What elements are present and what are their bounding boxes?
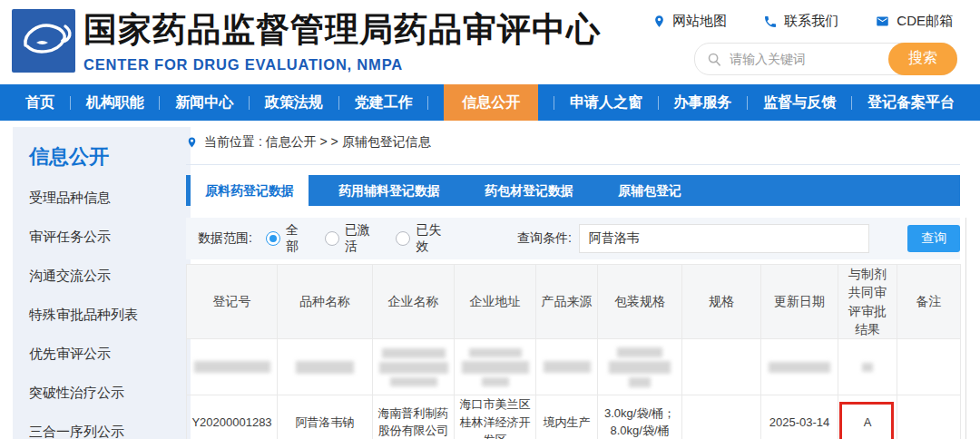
location-pin-icon — [652, 14, 666, 29]
site-subtitle: CENTER FOR DRUG EVALUATION, NMPA — [83, 56, 601, 73]
radio-all-icon[interactable] — [266, 231, 280, 246]
redacted-cell — [536, 339, 598, 395]
radio-activated-label: 已激活 — [345, 222, 383, 255]
sidebar-item-accepted-varieties[interactable]: 受理品种信息 — [29, 178, 191, 217]
nav-divider — [249, 96, 250, 110]
nav-item-home[interactable]: 首页 — [25, 93, 54, 112]
site-title: 国家药品监督管理局药品审评中心 — [83, 7, 601, 53]
results-table: 登记号 品种名称 企业名称 企业地址 产品来源 包装规格 规格 更新日期 与制剂… — [186, 264, 961, 439]
nav-item-applicant-window[interactable]: 申请人之窗 — [570, 93, 642, 112]
col-company: 企业名称 — [373, 265, 455, 339]
radio-option-all[interactable]: 全部 — [266, 222, 311, 255]
nav-divider — [658, 96, 659, 110]
nav-item-news[interactable]: 新闻中心 — [175, 93, 233, 112]
cell-reg-no: Y20200001283 — [187, 395, 278, 439]
sitemap-link[interactable]: 网站地图 — [652, 13, 727, 30]
sidebar-item-priority-review[interactable]: 优先审评公示 — [29, 334, 191, 373]
query-button[interactable]: 查询 — [907, 225, 960, 252]
tab-packaging-registration[interactable]: 药包材登记数据 — [470, 175, 588, 206]
tab-excipient-registration[interactable]: 药用辅料登记数据 — [324, 175, 455, 206]
cell-spec — [682, 395, 761, 439]
site-header: 国家药品监督管理局药品审评中心 CENTER FOR DRUG EVALUATI… — [0, 0, 980, 84]
col-product-name: 品种名称 — [278, 265, 373, 339]
nav-item-info-disclosure[interactable]: 信息公开 — [444, 84, 538, 121]
tab-api-registration[interactable]: 原料药登记数据 — [191, 175, 309, 206]
redacted-cell — [897, 339, 961, 395]
review-result-value: A — [864, 415, 872, 429]
cell-remark — [897, 395, 961, 439]
redacted-bar — [469, 348, 522, 357]
mailbox-link[interactable]: CDE邮箱 — [875, 13, 953, 30]
redacted-bar — [769, 362, 830, 373]
query-label: 查询条件: — [517, 230, 572, 247]
cell-source: 境内生产 — [536, 395, 598, 439]
sidebar: 信息公开 受理品种信息 审评任务公示 沟通交流公示 特殊审批品种列表 优先审评公… — [13, 127, 191, 439]
search-button[interactable]: 搜索 — [888, 43, 957, 75]
mailbox-label: CDE邮箱 — [897, 13, 953, 30]
table-row-aciclovir: Y20200001283 阿昔洛韦钠 海南普利制药股份有限公司 海口市美兰区桂林… — [187, 395, 961, 439]
sidebar-item-special-approval[interactable]: 特殊审批品种列表 — [29, 295, 191, 334]
redacted-cell — [838, 339, 897, 395]
sidebar-item-review-tasks[interactable]: 审评任务公示 — [29, 217, 191, 256]
filter-bar: 数据范围: 全部 已激活 已失效 查询条件: 查询 — [186, 218, 960, 259]
redacted-bar — [382, 348, 446, 358]
redacted-bar — [862, 363, 873, 372]
col-reg-no: 登记号 — [187, 265, 278, 339]
redacted-bar — [296, 361, 354, 374]
cde-logo-icon — [12, 9, 75, 73]
redacted-bar — [462, 361, 529, 374]
redacted-cell — [682, 339, 761, 395]
col-remark: 备注 — [897, 265, 961, 339]
nav-item-supervision[interactable]: 监督与反馈 — [763, 93, 836, 112]
sidebar-title: 信息公开 — [29, 143, 191, 167]
radio-activated-icon[interactable] — [325, 231, 339, 246]
table-row-redacted — [187, 339, 961, 395]
redacted-cell — [598, 339, 682, 395]
query-input[interactable] — [579, 224, 869, 253]
cell-product-name: 阿昔洛韦钠 — [278, 395, 373, 439]
search-input[interactable] — [730, 52, 888, 66]
redacted-bar — [617, 347, 662, 357]
nav-item-registration-platform[interactable]: 登记备案平台 — [867, 93, 955, 112]
sidebar-item-three-in-one[interactable]: 三合一序列公示 — [29, 412, 191, 439]
table-header-row: 登记号 品种名称 企业名称 企业地址 产品来源 包装规格 规格 更新日期 与制剂… — [187, 265, 961, 339]
redacted-bar — [379, 362, 448, 374]
nav-divider — [159, 96, 160, 110]
nav-divider — [554, 96, 554, 110]
nav-item-party[interactable]: 党建工作 — [355, 93, 413, 112]
redacted-bar — [629, 377, 651, 387]
sidebar-item-breakthrough-therapy[interactable]: 突破性治疗公示 — [29, 373, 191, 412]
cell-update-date: 2025-03-14 — [761, 395, 838, 439]
sitemap-label: 网站地图 — [672, 13, 727, 30]
nav-item-policy[interactable]: 政策法规 — [265, 93, 323, 112]
nav-divider — [851, 96, 852, 110]
nav-divider — [747, 96, 748, 110]
nav-divider — [427, 96, 428, 110]
cell-package-spec: 3.0kg/袋/桶；8.0kg/袋/桶 — [598, 395, 682, 439]
results-table-wrap: 登记号 品种名称 企业名称 企业地址 产品来源 包装规格 规格 更新日期 与制剂… — [186, 264, 960, 439]
nav-item-functions[interactable]: 机构职能 — [86, 93, 144, 112]
redacted-bar — [194, 361, 270, 373]
nav-item-services[interactable]: 办事服务 — [674, 93, 732, 112]
breadcrumb-text: 当前位置 : 信息公开 > > 原辅包登记信息 — [204, 134, 431, 151]
cell-review-result: A — [838, 395, 897, 439]
sidebar-item-communication[interactable]: 沟通交流公示 — [29, 256, 191, 295]
radio-option-expired[interactable]: 已失效 — [396, 222, 454, 255]
quick-links: 网站地图 联系我们 CDE邮箱 — [652, 13, 953, 30]
mail-icon — [875, 15, 890, 28]
redacted-cell — [278, 339, 373, 395]
redacted-cell — [761, 339, 838, 395]
data-tabs: 原料药登记数据 药用辅料登记数据 药包材登记数据 原辅包登记 — [186, 175, 960, 206]
radio-expired-icon[interactable] — [396, 231, 410, 246]
contact-link[interactable]: 联系我们 — [763, 13, 838, 30]
cell-address: 海口市美兰区桂林洋经济开发区 — [455, 395, 536, 439]
tab-apief-registration[interactable]: 原辅包登记 — [603, 175, 696, 206]
phone-icon — [763, 15, 778, 29]
radio-option-activated[interactable]: 已激活 — [325, 222, 383, 255]
breadcrumb: 当前位置 : 信息公开 > > 原辅包登记信息 — [186, 134, 960, 165]
col-address: 企业地址 — [455, 265, 536, 339]
search-icon — [707, 52, 722, 67]
col-source: 产品来源 — [536, 265, 598, 339]
main-content: 当前位置 : 信息公开 > > 原辅包登记信息 原料药登记数据 药用辅料登记数据… — [186, 134, 960, 439]
cde-logo — [12, 9, 75, 73]
